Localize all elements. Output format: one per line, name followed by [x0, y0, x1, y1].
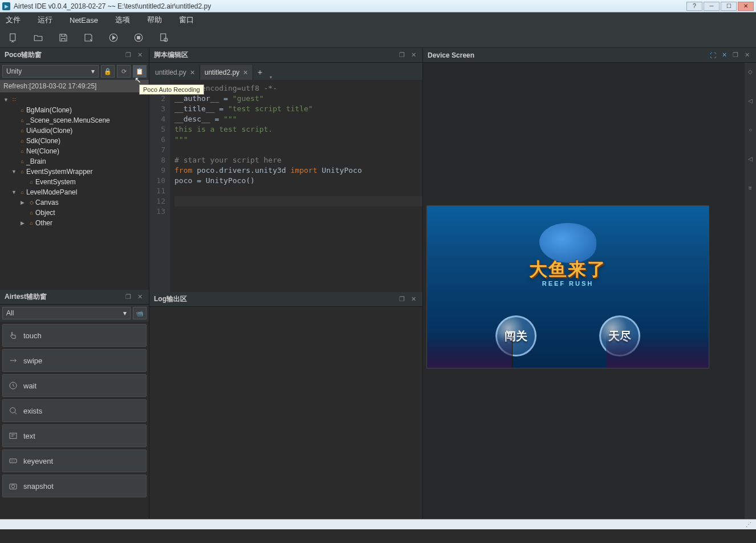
- code-editor[interactable]: 12345678910111213 # -*- encoding=utf8 -*…: [149, 80, 422, 292]
- cursor-icon: ↖: [135, 75, 141, 84]
- tab-add-button[interactable]: ＋: [253, 65, 267, 80]
- action-touch[interactable]: touch: [2, 324, 147, 347]
- device-side-toolbar: ◇ ◁ ○ ◁ ≡: [745, 63, 756, 519]
- tree-node[interactable]: ⌂_Scene_scene.MenuScene: [0, 115, 149, 125]
- svg-point-7: [10, 408, 15, 413]
- new-file-button[interactable]: [7, 31, 19, 44]
- window-close-button[interactable]: ✕: [738, 2, 754, 11]
- tree-node[interactable]: ▶◇Canvas: [0, 197, 149, 208]
- tree-node[interactable]: ⌂_Brain: [0, 156, 149, 167]
- poco-panel-close-icon[interactable]: ✕: [135, 51, 144, 60]
- menu-run[interactable]: 运行: [38, 15, 52, 25]
- tree-node[interactable]: ▼⌂EventSystemWrapper: [0, 167, 149, 177]
- save-file-button[interactable]: [57, 31, 70, 44]
- device-side-btn[interactable]: ≡: [749, 185, 752, 191]
- tab-label: untitled2.py: [205, 68, 239, 76]
- log-panel-header: Log输出区 ❐ ✕: [149, 292, 422, 307]
- log-panel-float-icon[interactable]: ❐: [397, 295, 407, 304]
- action-exists[interactable]: exists: [2, 399, 147, 422]
- editor-gutter: 12345678910111213: [149, 80, 170, 292]
- svg-rect-3: [137, 36, 140, 39]
- menu-options[interactable]: 选项: [115, 15, 130, 25]
- device-panel-close-icon[interactable]: ✕: [742, 51, 751, 60]
- device-tools-icon[interactable]: ✕: [720, 51, 729, 60]
- tab-close-icon[interactable]: ✕: [190, 69, 195, 76]
- poco-panel-float-icon[interactable]: ❐: [124, 51, 133, 60]
- window-help-button[interactable]: ?: [686, 2, 702, 11]
- tree-node[interactable]: ▼∷: [0, 95, 149, 105]
- menu-bar: 文件 运行 NetEase 选项 帮助 窗口: [0, 13, 756, 27]
- device-side-btn[interactable]: ◁: [748, 156, 753, 162]
- svg-rect-8: [10, 433, 17, 438]
- poco-framework-value: Unity: [6, 67, 22, 75]
- tab-untitled-py[interactable]: untitled.py ✕: [151, 65, 200, 80]
- menu-window[interactable]: 窗口: [179, 15, 194, 25]
- chevron-down-icon: ▾: [91, 67, 95, 75]
- menu-file[interactable]: 文件: [6, 15, 21, 25]
- coral-decoration: [606, 334, 709, 368]
- device-side-btn[interactable]: ◁: [748, 98, 753, 104]
- tooltip: Poco Auto Recoding: [139, 84, 204, 95]
- log-panel-close-icon[interactable]: ✕: [409, 295, 418, 304]
- poco-toolbar: Unity▾ 🔒 ⟳ 📋: [0, 63, 149, 80]
- tree-node[interactable]: ▼⌂LevelModePanel: [0, 187, 149, 197]
- run-button[interactable]: [107, 31, 120, 44]
- poco-lock-button[interactable]: 🔒: [101, 65, 115, 78]
- tree-node[interactable]: ⌂UiAudio(Clone): [0, 125, 149, 136]
- window-minimize-button[interactable]: ─: [704, 2, 720, 11]
- device-side-btn[interactable]: ◇: [748, 68, 753, 75]
- tree-node[interactable]: ⌂BgMain(Clone): [0, 105, 149, 115]
- resize-grip-icon[interactable]: ⋰: [746, 521, 751, 528]
- poco-tree: ▼∷⌂BgMain(Clone)⌂_Scene_scene.MenuScene⌂…: [0, 92, 149, 290]
- editor-code[interactable]: # -*- encoding=utf8 -*-__author__ = "gue…: [170, 80, 422, 292]
- app-logo-icon: ▶: [2, 2, 10, 10]
- airtest-filter-select[interactable]: All▾: [2, 307, 131, 319]
- open-file-button[interactable]: [32, 31, 44, 44]
- airtest-panel-title: Airtest辅助窗: [5, 292, 121, 302]
- action-snapshot[interactable]: snapshot: [2, 475, 147, 497]
- device-panel-float-icon[interactable]: ❐: [731, 51, 740, 60]
- menu-netease[interactable]: NetEase: [70, 16, 98, 25]
- device-panel-title: Device Screen: [428, 51, 706, 59]
- tab-close-icon[interactable]: ✕: [243, 69, 248, 76]
- airtest-panel-header: Airtest辅助窗 ❐ ✕: [0, 290, 149, 305]
- airtest-filter-value: All: [6, 309, 14, 317]
- action-wait[interactable]: wait: [2, 374, 147, 397]
- tab-label: untitled.py: [155, 68, 186, 76]
- poco-refresh-button[interactable]: ⟳: [117, 65, 131, 78]
- tree-node[interactable]: ⌂Net(Clone): [0, 146, 149, 156]
- device-rotate-icon[interactable]: ⛶: [708, 51, 717, 60]
- tree-node[interactable]: ⌂Sdk(Clone): [0, 136, 149, 146]
- stop-button[interactable]: [132, 31, 145, 44]
- poco-panel-title: Poco辅助窗: [5, 50, 121, 60]
- airtest-panel-float-icon[interactable]: ❐: [124, 293, 133, 302]
- airtest-toolbar: All▾ 📹: [0, 305, 149, 322]
- airtest-record-button[interactable]: 📹: [133, 307, 147, 319]
- device-panel-header: Device Screen ⛶ ✕ ❐ ✕: [423, 48, 756, 63]
- editor-panel-title: 脚本编辑区: [154, 50, 395, 60]
- action-text[interactable]: text: [2, 424, 147, 447]
- game-title: 大鱼来了: [529, 257, 607, 282]
- game-subtitle: REEF RUSH: [542, 280, 594, 287]
- window-maximize-button[interactable]: ☐: [721, 2, 737, 11]
- tree-node[interactable]: ⌂EventSystem: [0, 177, 149, 187]
- svg-point-11: [11, 485, 14, 488]
- editor-panel-close-icon[interactable]: ✕: [409, 51, 418, 60]
- poco-framework-select[interactable]: Unity▾: [2, 65, 99, 78]
- airtest-panel-close-icon[interactable]: ✕: [135, 293, 144, 302]
- tree-node[interactable]: ▶⌂Other: [0, 218, 149, 228]
- editor-panel-float-icon[interactable]: ❐: [397, 51, 407, 60]
- editor-tabs: untitled.py ✕ untitled2.py ✕ ＋ ▾: [149, 63, 422, 80]
- action-swipe[interactable]: swipe: [2, 349, 147, 372]
- device-screen-canvas[interactable]: 大鱼来了 REEF RUSH 闯关 天尽: [426, 205, 709, 368]
- menu-help[interactable]: 帮助: [147, 15, 162, 25]
- tree-node[interactable]: ⌂Object: [0, 208, 149, 218]
- tab-untitled2-py[interactable]: untitled2.py ✕: [200, 65, 253, 80]
- device-side-btn[interactable]: ○: [749, 127, 752, 133]
- report-button[interactable]: [157, 31, 170, 44]
- save-as-button[interactable]: [82, 31, 95, 44]
- action-keyevent[interactable]: keyevent: [2, 449, 147, 472]
- svg-rect-4: [161, 34, 166, 40]
- window-title: Airtest IDE v0.0.4_2018-02-27 ~~ E:\test…: [14, 2, 686, 10]
- tab-dropdown-icon[interactable]: ▾: [267, 75, 275, 80]
